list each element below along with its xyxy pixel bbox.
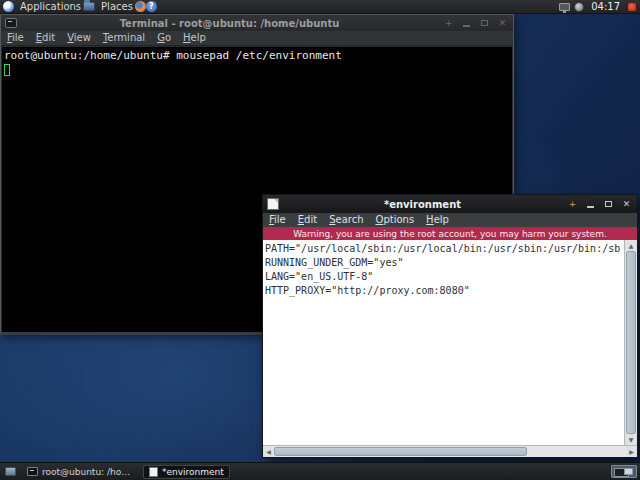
terminal-close-button-icon[interactable]: ✕ [496, 17, 509, 29]
taskbar-item-environment[interactable]: *environment [143, 465, 230, 479]
taskbar-item-label: root@ubuntu: /home/u... [42, 467, 133, 477]
firefox-launcher-icon[interactable] [135, 1, 146, 12]
applications-menu[interactable]: Applications [3, 1, 83, 12]
mousepad-close-button-icon[interactable]: ✕ [620, 198, 633, 210]
mousepad-window-title: *environment [283, 199, 562, 210]
desktop: Applications Places ? 04:17 Terminal - r… [0, 0, 640, 480]
terminal-minimize-button-icon[interactable] [460, 17, 473, 29]
top-panel: Applications Places ? 04:17 [0, 0, 640, 14]
display-tray-icon[interactable] [559, 3, 570, 11]
terminal-window-title: Terminal - root@ubuntu: /home/ubuntu [21, 18, 438, 29]
terminal-window-icon [5, 18, 17, 28]
horizontal-scrollbar[interactable]: ◀ ▶ [263, 445, 637, 457]
show-desktop-icon [5, 467, 16, 476]
terminal-prompt-line: root@ubuntu:/home/ubuntu# mousepad /etc/… [4, 49, 342, 62]
scroll-left-arrow-icon[interactable]: ◀ [263, 446, 274, 457]
session-tray-icon[interactable] [627, 2, 637, 12]
scroll-up-arrow-icon[interactable]: ▲ [625, 240, 637, 251]
editor-line: HTTP_PROXY="http://proxy.com:8080" [265, 285, 470, 296]
workspace-pager[interactable] [611, 465, 637, 478]
terminal-menu-view[interactable]: View [61, 31, 97, 45]
terminal-menu-file[interactable]: File [1, 31, 30, 45]
horizontal-scrollbar-track[interactable] [274, 446, 626, 457]
editor-line: RUNNING_UNDER_GDM="yes" [265, 257, 403, 268]
terminal-menu-terminal[interactable]: Terminal [97, 31, 151, 45]
mousepad-maximize-button-icon[interactable] [602, 198, 615, 210]
mousepad-window-icon [267, 198, 279, 210]
taskbar-item-label: *environment [162, 467, 224, 477]
network-tray-icon[interactable] [574, 2, 584, 12]
horizontal-scrollbar-thumb[interactable] [274, 447, 527, 456]
panel-clock[interactable]: 04:17 [588, 1, 623, 12]
terminal-plus-button-icon[interactable]: + [442, 17, 455, 29]
terminal-menu-help[interactable]: Help [177, 31, 212, 45]
mousepad-window: *environment + ✕ File Edit Search Option… [262, 194, 638, 458]
applications-menu-label: Applications [18, 1, 83, 12]
mousepad-menu-search[interactable]: Search [323, 213, 369, 227]
editor-line: LANG="en_US.UTF-8" [265, 271, 373, 282]
mousepad-menu-edit[interactable]: Edit [292, 213, 323, 227]
xfce-logo-icon [3, 1, 14, 12]
terminal-menubar: File Edit View Terminal Go Help [1, 31, 513, 46]
editor-line: PATH="/usr/local/sbin:/usr/local/bin:/us… [265, 243, 620, 254]
vertical-scrollbar[interactable]: ▲ ▼ [624, 240, 637, 445]
terminal-maximize-button-icon[interactable] [478, 17, 491, 29]
root-warning-banner: Warning, you are using the root account,… [263, 227, 637, 240]
editor-text-area[interactable]: PATH="/usr/local/sbin:/usr/local/bin:/us… [263, 240, 624, 445]
scroll-down-arrow-icon[interactable]: ▼ [625, 434, 637, 445]
help-launcher-icon[interactable]: ? [146, 1, 157, 12]
places-menu-label: Places [99, 1, 135, 12]
mousepad-menubar: File Edit Search Options Help [263, 213, 637, 227]
vertical-scrollbar-thumb[interactable] [626, 251, 636, 434]
terminal-menu-go[interactable]: Go [151, 31, 177, 45]
terminal-task-icon [27, 467, 38, 476]
mousepad-menu-help[interactable]: Help [420, 213, 455, 227]
scroll-right-arrow-icon[interactable]: ▶ [626, 446, 637, 457]
mousepad-menu-file[interactable]: File [263, 213, 292, 227]
folder-icon [83, 2, 95, 11]
terminal-menu-edit[interactable]: Edit [30, 31, 61, 45]
taskbar-item-terminal[interactable]: root@ubuntu: /home/u... [21, 465, 139, 479]
terminal-cursor [4, 64, 10, 76]
mousepad-plus-button-icon[interactable]: + [566, 198, 579, 210]
show-desktop-button[interactable] [3, 466, 17, 478]
mousepad-minimize-button-icon[interactable] [584, 198, 597, 210]
places-menu[interactable]: Places [83, 1, 135, 12]
terminal-titlebar[interactable]: Terminal - root@ubuntu: /home/ubuntu + ✕ [1, 15, 513, 31]
taskbar: root@ubuntu: /home/u... *environment [0, 462, 640, 480]
mousepad-task-icon [149, 467, 158, 477]
mousepad-titlebar[interactable]: *environment + ✕ [263, 195, 637, 213]
mousepad-menu-options[interactable]: Options [370, 213, 421, 227]
